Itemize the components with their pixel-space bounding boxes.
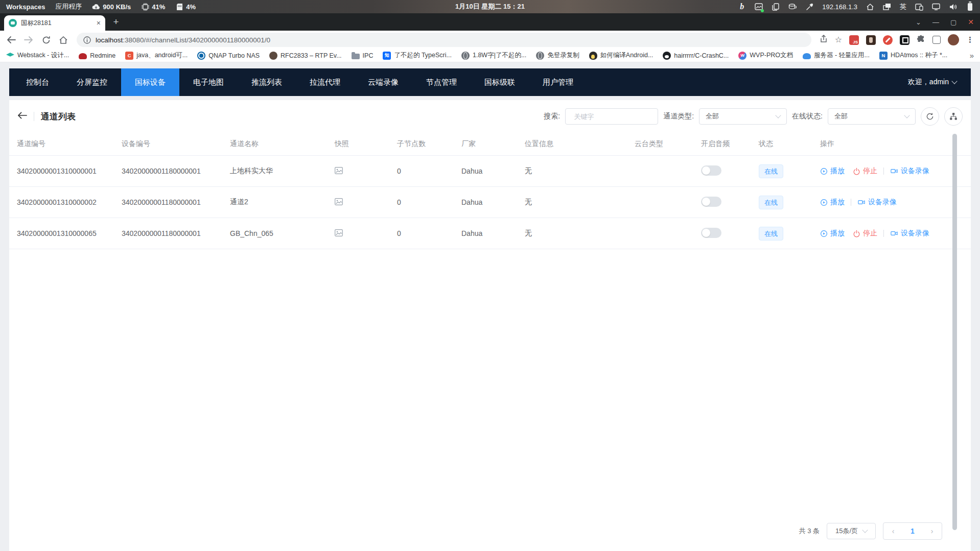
device-tree-button[interactable]	[944, 107, 963, 126]
bookmark-item[interactable]: java、android可...	[125, 51, 188, 60]
nav-item-node-manage[interactable]: 节点管理	[412, 68, 471, 96]
image-placeholder-icon[interactable]	[335, 167, 343, 174]
new-tab-button[interactable]: +	[109, 15, 123, 29]
share-icon[interactable]	[820, 35, 828, 45]
nav-item-console[interactable]: 控制台	[12, 68, 63, 96]
volume-tray-icon[interactable]	[949, 2, 957, 12]
nav-item-split-screen[interactable]: 分屏监控	[63, 68, 121, 96]
bookmark-item[interactable]: 如何编译Android...	[589, 51, 654, 60]
status-badge: 在线	[759, 227, 783, 241]
channel-type-select[interactable]: 全部	[699, 108, 787, 125]
minimize-button[interactable]: —	[932, 18, 939, 26]
input-method-indicator[interactable]: 英	[900, 2, 906, 11]
site-info-icon[interactable]	[83, 36, 91, 44]
profile-avatar[interactable]	[948, 34, 959, 45]
play-circle-icon	[820, 199, 828, 206]
back-arrow-button[interactable]	[17, 111, 27, 122]
bookmark-item[interactable]: Redmine	[79, 52, 115, 59]
bookmark-item[interactable]: HDAtmos :: 种子 *...	[879, 51, 947, 60]
nav-item-gb-device[interactable]: 国标设备	[121, 68, 179, 96]
bookmark-item[interactable]: 免登录复制	[536, 51, 579, 60]
extension-cocoa-icon[interactable]	[866, 35, 876, 45]
extensions-puzzle-icon[interactable]	[917, 35, 925, 45]
bookmark-item[interactable]: 1.8W字|了不起的...	[461, 51, 526, 60]
bing-tray-icon[interactable]: b	[738, 2, 746, 12]
col-audio: 开启音频	[696, 133, 754, 156]
play-button[interactable]: 播放	[820, 198, 845, 207]
nav-item-cloud-record[interactable]: 云端录像	[354, 68, 412, 96]
screenshot-tray-icon[interactable]	[755, 2, 763, 12]
nav-item-push-list[interactable]: 推流列表	[238, 68, 296, 96]
applications-menu[interactable]: 应用程序	[55, 2, 82, 11]
cpu-indicator[interactable]: 41%	[141, 2, 165, 12]
nav-item-gb-cascade[interactable]: 国标级联	[471, 68, 529, 96]
stop-button[interactable]: 停止	[853, 229, 877, 238]
qnap-favicon-icon	[197, 52, 205, 60]
reload-button[interactable]	[40, 34, 52, 46]
tab-search-icon[interactable]: ⌄	[916, 18, 921, 26]
bookmark-item[interactable]: RFC2833 – RTP Ev...	[269, 52, 342, 60]
display-tray-icon[interactable]	[932, 2, 940, 12]
bookmark-item[interactable]: 服务器 - 轻量应用...	[803, 51, 870, 60]
divider	[883, 167, 884, 175]
bookmark-item[interactable]: IPC	[352, 52, 374, 59]
memory-indicator[interactable]: 4%	[175, 2, 196, 12]
page-size-select[interactable]: 15条/页	[827, 523, 876, 539]
play-button[interactable]: 播放	[820, 166, 845, 176]
back-button[interactable]	[5, 34, 17, 46]
extension-reader-icon[interactable]	[932, 36, 941, 44]
audio-toggle[interactable]	[701, 197, 721, 207]
image-placeholder-icon[interactable]	[335, 229, 343, 236]
nav-item-user-manage[interactable]: 用户管理	[529, 68, 587, 96]
scrollbar-thumb[interactable]	[952, 134, 957, 530]
bookmark-item[interactable]: QNAP Turbo NAS	[197, 52, 260, 60]
nav-item-pull-proxy[interactable]: 拉流代理	[296, 68, 354, 96]
refresh-button[interactable]	[921, 107, 939, 126]
device-id-cell: 34020000001180000001	[116, 187, 225, 218]
browser-tab[interactable]: 国标28181 ×	[4, 15, 105, 31]
audio-toggle[interactable]	[701, 165, 721, 176]
device-record-button[interactable]: 设备录像	[890, 166, 929, 176]
windows-tray-icon[interactable]	[883, 2, 891, 12]
home-button[interactable]	[57, 34, 69, 46]
clipboard-tray-icon[interactable]	[772, 2, 780, 12]
battery-tray-icon[interactable]	[966, 2, 974, 12]
stop-button[interactable]: 停止	[853, 166, 877, 176]
current-page[interactable]: 1	[903, 527, 922, 535]
next-page-button[interactable]: ›	[922, 527, 942, 535]
bookmark-item[interactable]: Webstack - 设计...	[6, 51, 69, 60]
extension-js-icon[interactable]	[849, 35, 859, 45]
browser-menu-icon[interactable]: ⋮	[966, 35, 974, 44]
tab-close-icon[interactable]: ×	[97, 19, 101, 27]
online-status-select[interactable]: 全部	[828, 108, 916, 125]
search-input[interactable]	[574, 113, 664, 121]
maximize-button[interactable]: ▢	[950, 18, 956, 26]
bookmarks-overflow-icon[interactable]: »	[970, 51, 974, 60]
audio-toggle[interactable]	[701, 228, 721, 238]
coffee-tray-icon[interactable]	[788, 2, 797, 12]
net-speed-indicator[interactable]: 900 KB/s	[92, 2, 131, 12]
extension-darkreader-icon[interactable]	[900, 35, 909, 45]
workspaces-button[interactable]: Workspaces	[6, 3, 45, 11]
bookmark-item[interactable]: WVP-PRO文档	[738, 51, 793, 60]
device-record-button[interactable]: 设备录像	[890, 229, 929, 238]
extension-adblock-icon[interactable]	[883, 35, 893, 45]
nav-item-map[interactable]: 电子地图	[179, 68, 238, 96]
clock[interactable]: 1月10日 星期二 15：21	[455, 2, 525, 11]
prev-page-button[interactable]: ‹	[883, 527, 903, 535]
forward-button[interactable]	[22, 34, 35, 46]
cpu-icon	[141, 2, 149, 12]
bookmark-star-icon[interactable]: ☆	[835, 36, 842, 44]
home-tray-icon[interactable]	[866, 2, 874, 12]
url-bar[interactable]: localhost:38080/#/channelList/3402000000…	[77, 33, 811, 47]
close-window-button[interactable]: ✕	[968, 18, 974, 26]
ip-address[interactable]: 192.168.1.3	[822, 3, 857, 11]
bookmark-item[interactable]: hairrrrr/C-CrashC...	[663, 52, 729, 60]
bookmark-item[interactable]: 了不起的 TypeScri...	[383, 51, 452, 60]
color-picker-tray-icon[interactable]	[805, 2, 813, 12]
play-button[interactable]: 播放	[820, 229, 845, 238]
user-menu[interactable]: 欢迎，admin	[908, 68, 971, 96]
device-record-button[interactable]: 设备录像	[857, 198, 897, 207]
phone-link-tray-icon[interactable]	[915, 2, 923, 12]
image-placeholder-icon[interactable]	[335, 198, 343, 205]
